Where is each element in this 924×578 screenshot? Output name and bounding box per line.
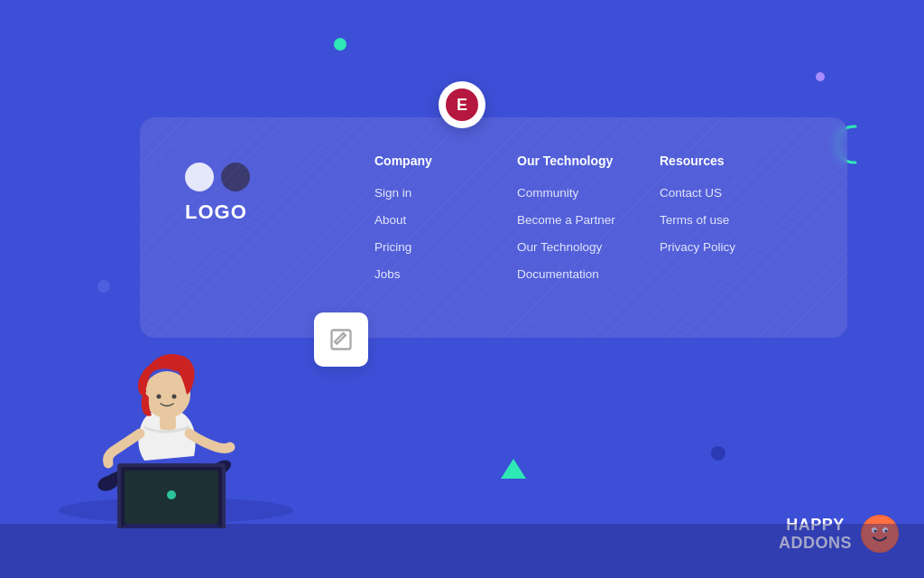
logo-icon-row	[185, 163, 250, 191]
logo-text: LOGO	[185, 200, 247, 224]
resources-heading: Resources	[660, 154, 802, 168]
nav-col-company: Company Sign in About Pricing Jobs	[374, 154, 517, 293]
list-item: Become a Partner	[517, 211, 660, 228]
footer-card: LOGO Company Sign in About Pricing Jobs …	[140, 117, 847, 338]
elementor-badge-inner: E	[446, 89, 478, 121]
logo-section: LOGO	[185, 154, 347, 224]
partner-link[interactable]: Become a Partner	[517, 213, 615, 227]
nav-col-resources: Resources Contact US Terms of use Privac…	[660, 154, 802, 293]
pricing-link[interactable]: Pricing	[374, 240, 411, 254]
list-item: Community	[517, 184, 660, 200]
terms-of-use-link[interactable]: Terms of use	[660, 213, 729, 227]
list-item: Privacy Policy	[660, 238, 802, 255]
footer-inner: LOGO Company Sign in About Pricing Jobs …	[185, 154, 802, 293]
list-item: About	[374, 211, 517, 228]
svg-point-9	[157, 395, 162, 399]
blue-dot-left	[97, 280, 110, 293]
teal-dot-top	[334, 38, 346, 51]
about-link[interactable]: About	[374, 213, 406, 227]
privacy-policy-link[interactable]: Privacy Policy	[660, 240, 735, 254]
company-links: Sign in About Pricing Jobs	[374, 184, 517, 282]
technology-links: Community Become a Partner Our Technolog…	[517, 184, 660, 282]
main-scene: E LOGO Company Sign in About	[0, 0, 924, 578]
elementor-letter: E	[457, 96, 467, 115]
list-item: Sign in	[374, 184, 517, 200]
bottom-strip	[0, 524, 924, 578]
list-item: Pricing	[374, 238, 517, 255]
logo-circle-dark	[221, 163, 250, 191]
contact-us-link[interactable]: Contact US	[660, 186, 722, 200]
resources-links: Contact US Terms of use Privacy Policy	[660, 184, 802, 255]
person-illustration	[36, 330, 316, 528]
logo-circle-white	[185, 163, 214, 191]
edit-box[interactable]	[314, 312, 368, 367]
svg-rect-11	[160, 415, 176, 430]
documentation-link[interactable]: Documentation	[517, 267, 599, 281]
list-item: Documentation	[517, 266, 660, 282]
our-technology-link[interactable]: Our Technology	[517, 240, 602, 254]
nav-columns: Company Sign in About Pricing Jobs Our T…	[347, 154, 802, 293]
jobs-link[interactable]: Jobs	[374, 267, 401, 281]
svg-point-7	[167, 490, 176, 499]
dark-blue-dot-bottom-right	[711, 446, 725, 461]
community-link[interactable]: Community	[517, 186, 578, 200]
list-item: Terms of use	[660, 211, 802, 228]
list-item: Jobs	[374, 266, 517, 282]
list-item: Contact US	[660, 184, 802, 200]
list-item: Our Technology	[517, 238, 660, 255]
sign-in-link[interactable]: Sign in	[374, 186, 411, 200]
elementor-badge[interactable]: E	[439, 81, 485, 128]
edit-icon	[328, 327, 354, 352]
svg-point-10	[172, 395, 177, 399]
company-heading: Company	[374, 154, 517, 168]
technology-heading: Our Technology	[517, 154, 660, 168]
teal-triangle	[501, 459, 526, 479]
nav-col-technology: Our Technology Community Become a Partne…	[517, 154, 660, 293]
purple-dot-top-right	[816, 72, 825, 81]
